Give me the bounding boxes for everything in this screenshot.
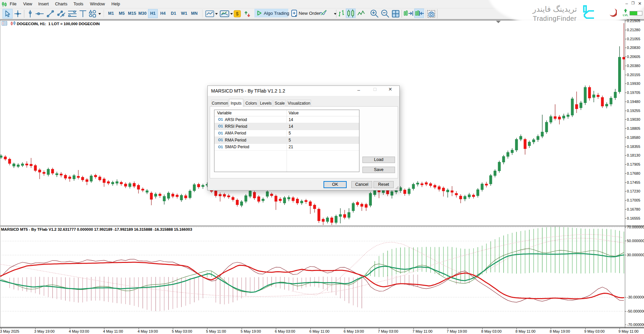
svg-text:Algo Trading: Algo Trading xyxy=(264,11,289,16)
svg-text:LVL: LVL xyxy=(623,13,629,17)
svg-text:$: $ xyxy=(236,11,239,16)
svg-text:New Order: New Order xyxy=(299,11,321,16)
